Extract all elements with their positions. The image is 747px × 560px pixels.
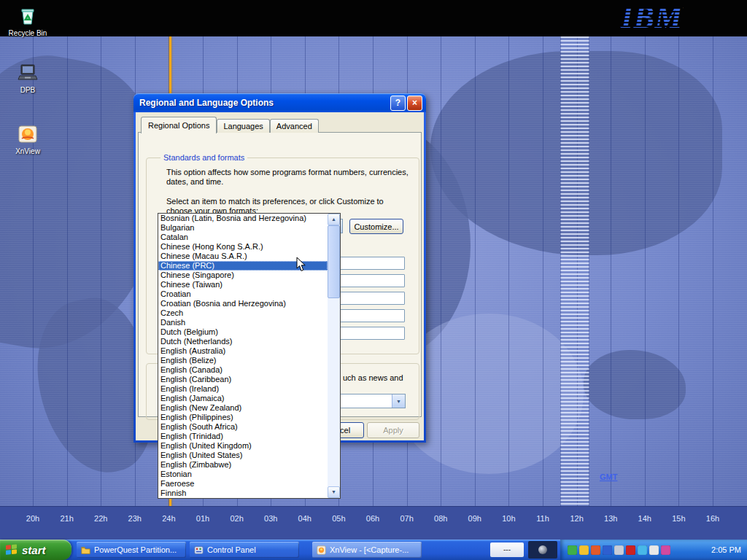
timezone-label: 12h bbox=[570, 514, 583, 523]
system-tray: 2:05 PM bbox=[560, 540, 747, 560]
desktop-icon-dpb[interactable]: DPB bbox=[4, 61, 51, 94]
taskbar-button-control-panel[interactable]: Control Panel bbox=[190, 542, 299, 558]
language-option[interactable]: Finnish bbox=[158, 489, 328, 498]
language-option[interactable]: Croatian (Bosnia and Herzegovina) bbox=[158, 299, 328, 308]
ibm-logo: IBM bbox=[621, 1, 683, 34]
timezone-line bbox=[33, 36, 34, 507]
timezone-line bbox=[611, 36, 611, 507]
control-panel-icon bbox=[193, 545, 204, 555]
toolbar-icon bbox=[538, 545, 547, 554]
standards-description: This option affects how some programs fo… bbox=[166, 168, 409, 187]
timezone-line bbox=[67, 36, 68, 507]
language-option[interactable]: Croatian bbox=[158, 289, 328, 299]
start-button-label: start bbox=[22, 544, 46, 556]
tray-icon[interactable] bbox=[661, 545, 670, 555]
desktop-icon-recycle-bin[interactable]: Recycle Bin bbox=[4, 4, 51, 37]
language-option[interactable]: Czech bbox=[158, 308, 328, 318]
language-option[interactable]: Faeroese bbox=[158, 479, 328, 489]
timezone-line bbox=[101, 36, 101, 507]
close-button[interactable]: × bbox=[407, 96, 422, 111]
timezone-label: 03h bbox=[264, 514, 277, 523]
language-option[interactable]: English (United States) bbox=[158, 451, 328, 460]
language-option[interactable]: English (South Africa) bbox=[158, 422, 328, 432]
scroll-up-icon[interactable]: ▲ bbox=[328, 214, 340, 225]
tray-icon[interactable] bbox=[614, 545, 624, 555]
windows-flag-icon bbox=[6, 544, 18, 556]
taskbar-toolbar-segment[interactable] bbox=[528, 541, 557, 559]
desktop-icon-xnview[interactable]: XnView bbox=[4, 122, 51, 155]
language-option[interactable]: English (Belize) bbox=[158, 356, 328, 365]
tray-icon[interactable] bbox=[591, 545, 600, 555]
language-option[interactable]: Dutch (Belgium) bbox=[158, 327, 328, 337]
tray-icon[interactable] bbox=[568, 545, 577, 555]
timezone-label: 23h bbox=[128, 514, 142, 523]
timezone-label: 21h bbox=[60, 514, 73, 523]
dateline-band bbox=[560, 36, 589, 507]
window-titlebar[interactable]: Regional and Language Options ? × bbox=[133, 93, 426, 112]
scroll-down-icon[interactable]: ▼ bbox=[328, 486, 340, 498]
language-option[interactable]: Chinese (Hong Kong S.A.R.) bbox=[158, 242, 328, 252]
language-dropdown-list: Bosnian (Latin, Bosnia and Herzegovina)B… bbox=[158, 213, 341, 499]
tray-icon-area bbox=[568, 545, 707, 555]
language-option[interactable]: Dutch (Netherlands) bbox=[158, 337, 328, 346]
language-option[interactable]: Catalan bbox=[158, 233, 328, 242]
language-option[interactable]: Bulgarian bbox=[158, 223, 328, 233]
timezone-line bbox=[475, 36, 476, 507]
tray-icon[interactable] bbox=[626, 545, 635, 555]
language-option[interactable]: Estonian bbox=[158, 470, 328, 479]
language-option[interactable]: Bosnian (Latin, Bosnia and Herzegovina) bbox=[158, 214, 328, 223]
laptop-icon bbox=[16, 61, 39, 85]
language-option[interactable]: English (Ireland) bbox=[158, 384, 328, 394]
desktop-icon-label: DPB bbox=[4, 86, 51, 94]
timezone-label: 01h bbox=[196, 514, 209, 523]
language-option[interactable]: English (Caribbean) bbox=[158, 375, 328, 384]
gmt-label: GMT bbox=[600, 472, 617, 481]
taskbar-clock[interactable]: 2:05 PM bbox=[707, 545, 741, 554]
scrollbar[interactable]: ▲ ▼ bbox=[328, 214, 340, 498]
timezone-line bbox=[508, 36, 509, 507]
language-option[interactable]: English (United Kingdom) bbox=[158, 441, 328, 451]
timezone-line bbox=[543, 36, 543, 507]
tab-regional-options[interactable]: Regional Options bbox=[141, 117, 217, 133]
customize-button[interactable]: Customize... bbox=[349, 219, 403, 234]
taskbar-button-label: PowerQuest Partition... bbox=[94, 545, 177, 554]
top-band: IBM bbox=[0, 0, 747, 36]
desktop-icon-label: Recycle Bin bbox=[4, 29, 51, 37]
tab-languages[interactable]: Languages bbox=[217, 119, 269, 133]
scrollbar-thumb[interactable] bbox=[328, 225, 340, 298]
desktop-icon-label: XnView bbox=[4, 147, 51, 155]
taskbar-button-powerquest[interactable]: PowerQuest Partition... bbox=[77, 542, 186, 558]
hour-label-band bbox=[0, 506, 747, 540]
language-option[interactable]: Chinese (Taiwan) bbox=[158, 280, 328, 289]
timezone-line bbox=[441, 36, 441, 507]
timezone-label: 06h bbox=[366, 514, 379, 523]
language-option[interactable]: Danish bbox=[158, 318, 328, 327]
language-option[interactable]: English (Trinidad) bbox=[158, 432, 328, 441]
timezone-label: 14h bbox=[638, 514, 651, 523]
language-option[interactable]: English (New Zealand) bbox=[158, 403, 328, 413]
timezone-label: 24h bbox=[162, 514, 175, 523]
timezone-label: 15h bbox=[672, 514, 685, 523]
language-option[interactable]: English (Philippines) bbox=[158, 413, 328, 422]
tray-icon[interactable] bbox=[649, 545, 659, 555]
language-option[interactable]: English (Zimbabwe) bbox=[158, 460, 328, 470]
language-option[interactable]: English (Canada) bbox=[158, 365, 328, 375]
help-button[interactable]: ? bbox=[390, 96, 406, 111]
apply-button[interactable]: Apply bbox=[367, 422, 419, 438]
language-option[interactable]: English (Jamaica) bbox=[158, 394, 328, 403]
timezone-label: 20h bbox=[26, 514, 39, 523]
language-option[interactable]: English (Australia) bbox=[158, 346, 328, 356]
chevron-down-icon[interactable]: ▼ bbox=[392, 394, 405, 408]
taskbar-button-xnview[interactable]: XnView - [<Capture-... bbox=[312, 542, 422, 558]
tab-advanced[interactable]: Advanced bbox=[270, 119, 319, 133]
taskbar-toolbar-button[interactable]: --- bbox=[490, 542, 524, 557]
tray-icon[interactable] bbox=[603, 545, 612, 555]
tray-icon[interactable] bbox=[638, 545, 647, 555]
tab-strip: Regional Options Languages Advanced bbox=[141, 117, 319, 133]
taskbar: start PowerQuest Partition... Control Pa… bbox=[0, 540, 747, 560]
tray-icon[interactable] bbox=[579, 545, 589, 555]
timezone-label: 16h bbox=[706, 514, 719, 523]
timezone-label: 08h bbox=[434, 514, 447, 523]
start-button[interactable]: start bbox=[0, 540, 71, 560]
timezone-label: 02h bbox=[230, 514, 243, 523]
